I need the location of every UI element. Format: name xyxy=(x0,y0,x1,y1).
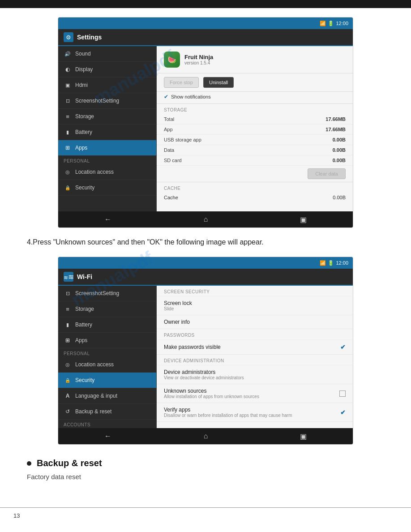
sidebar-1: Sound Display Hdmi ScreenshotSetting Sto… xyxy=(58,46,157,211)
accounts-section-label: ACCOUNTS xyxy=(58,420,156,428)
status-icons-1: 📶 🔋 12:00 xyxy=(320,21,348,26)
sidebar-item-apps-2[interactable]: Apps xyxy=(58,333,156,348)
sidebar-item-sound-label: Sound xyxy=(75,51,91,57)
sidebar-item-battery[interactable]: Battery xyxy=(58,124,156,140)
settings-icon-1: ⚙ xyxy=(64,32,73,42)
sidebar-item-location[interactable]: Location access xyxy=(58,164,156,180)
storage-row-usb: USB storage app 0.00B xyxy=(157,135,353,145)
home-button-1[interactable]: ⌂ xyxy=(195,213,217,226)
sidebar-item-security[interactable]: Security xyxy=(58,180,156,196)
screen-lock-title: Screen lock xyxy=(164,300,346,306)
battery-icon-1: 🔋 xyxy=(328,21,334,26)
battery-icon xyxy=(64,128,72,136)
storage-row-data: Data 0.00B xyxy=(157,145,353,155)
app-version: version 1.5.4 xyxy=(184,60,213,65)
sidebar-item-screenshot[interactable]: ScreenshotSetting xyxy=(58,93,156,109)
screen-security-title: SCREEN SECURITY xyxy=(157,286,353,296)
wifi-header-icon: ≋ xyxy=(64,272,73,282)
unknown-sources-row[interactable]: Unknown sources Allow installation of ap… xyxy=(157,384,353,403)
sidebar-2: ScreenshotSetting Storage Battery Apps P… xyxy=(58,286,157,428)
device-admins-item[interactable]: Device administrators View or deactivate… xyxy=(157,365,353,384)
device-admins-title: Device administrators xyxy=(164,369,346,375)
two-panel-2: ScreenshotSetting Storage Battery Apps P… xyxy=(58,286,353,428)
sidebar-security-label-2: Security xyxy=(75,377,94,383)
page-number: 13 xyxy=(13,512,20,519)
right-panel-1: 🍉 Fruit Ninja version 1.5.4 Force stop U… xyxy=(157,46,353,211)
cache-value: 0.00B xyxy=(333,195,346,200)
screen-lock-item[interactable]: Screen lock Slide xyxy=(157,296,353,315)
storage-usb-value: 0.00B xyxy=(333,137,346,142)
page-footer: 13 xyxy=(0,507,411,523)
sidebar-item-display-label: Display xyxy=(75,66,93,73)
wifi-icon-2: 📶 xyxy=(320,260,326,266)
sidebar-item-apps-label: Apps xyxy=(75,145,87,151)
sidebar-item-sound[interactable]: Sound xyxy=(58,46,156,62)
security-icon xyxy=(64,184,72,192)
sidebar-item-security-2[interactable]: Security xyxy=(58,373,156,388)
storage-section-title: STORAGE xyxy=(157,104,353,114)
owner-info-item[interactable]: Owner info xyxy=(157,315,353,329)
bullet-heading: Backup & reset xyxy=(27,458,384,468)
clear-data-row: Clear data xyxy=(157,166,353,182)
back-button-1[interactable]: ← xyxy=(95,213,120,226)
sidebar-storage-label-2: Storage xyxy=(75,306,94,312)
security-icon-2 xyxy=(64,376,72,384)
passwords-section-title: PASSWORDS xyxy=(157,329,353,340)
sidebar-item-storage-label: Storage xyxy=(75,113,94,120)
clear-data-button[interactable]: Clear data xyxy=(308,168,346,179)
sidebar-item-storage-2[interactable]: Storage xyxy=(58,301,156,317)
storage-total-label: Total xyxy=(164,116,174,122)
sidebar-apps-label-2: Apps xyxy=(75,337,87,343)
sidebar-location-label-2: Location access xyxy=(75,361,114,368)
time-2: 12:00 xyxy=(336,260,348,266)
sidebar-item-screenshot-2[interactable]: ScreenshotSetting xyxy=(58,286,156,301)
location-icon xyxy=(64,168,72,176)
status-bar-2: 📶 🔋 12:00 xyxy=(58,257,353,269)
security-right-panel: SCREEN SECURITY Screen lock Slide Owner … xyxy=(157,286,353,428)
verify-apps-sub: Disallow or warn before installation of … xyxy=(164,413,292,418)
partial-icon xyxy=(64,199,72,207)
battery-icon-2: 🔋 xyxy=(328,260,334,266)
sidebar-item-battery-2[interactable]: Battery xyxy=(58,317,156,333)
storage-app-value: 17.66MB xyxy=(325,127,346,132)
sidebar-item-apps[interactable]: Apps xyxy=(58,140,156,156)
sidebar-item-backup-2[interactable]: Backup & reset xyxy=(58,404,156,420)
sidebar-item-storage[interactable]: Storage xyxy=(58,109,156,124)
sidebar-item-battery-label: Battery xyxy=(75,129,92,135)
sidebar-screenshot-label-2: ScreenshotSetting xyxy=(75,290,119,296)
location-icon-2 xyxy=(64,360,72,369)
display-icon xyxy=(64,65,72,73)
back-button-2[interactable]: ← xyxy=(95,429,120,443)
top-bar xyxy=(0,0,411,8)
verify-apps-row[interactable]: Verify apps Disallow or warn before inst… xyxy=(157,403,353,422)
sidebar-item-display[interactable]: Display xyxy=(58,62,156,77)
verify-apps-check: ✔ xyxy=(340,409,346,416)
two-panel-1: Sound Display Hdmi ScreenshotSetting Sto… xyxy=(58,46,353,211)
battery-icon-2 xyxy=(64,321,72,329)
sidebar-item-hdmi[interactable]: Hdmi xyxy=(58,77,156,93)
force-stop-button[interactable]: Force stop xyxy=(164,77,199,88)
unknown-sources-text: Unknown sources Allow installation of ap… xyxy=(164,388,259,399)
cache-label: Cache xyxy=(164,195,178,200)
recent-button-2[interactable]: ▣ xyxy=(291,429,316,443)
recent-button-1[interactable]: ▣ xyxy=(291,213,316,227)
make-passwords-label: Make passwords visible xyxy=(164,344,221,350)
storage-icon xyxy=(64,112,72,120)
sidebar-item-language-2[interactable]: Language & input xyxy=(58,388,156,404)
make-passwords-row[interactable]: Make passwords visible ✔ xyxy=(157,340,353,355)
app-info-header: 🍉 Fruit Ninja version 1.5.4 xyxy=(157,46,353,73)
sidebar-item-location-2[interactable]: Location access xyxy=(58,357,156,373)
owner-info-title: Owner info xyxy=(164,319,346,325)
settings-title-1: Settings xyxy=(77,34,102,41)
uninstall-button[interactable]: Uninstall xyxy=(203,77,234,88)
storage-row-app: App 17.66MB xyxy=(157,124,353,135)
verify-apps-text: Verify apps Disallow or warn before inst… xyxy=(164,407,292,418)
screenshot-icon-2 xyxy=(64,289,72,297)
hdmi-icon xyxy=(64,81,72,89)
checkbox-notifications-checked[interactable]: ✔ xyxy=(164,94,168,100)
storage-total-value: 17.66MB xyxy=(325,116,346,122)
action-buttons-row: Force stop Uninstall xyxy=(157,73,353,92)
wifi-title: Wi-Fi xyxy=(77,273,92,280)
home-button-2[interactable]: ⌂ xyxy=(195,429,217,443)
unknown-sources-checkbox[interactable] xyxy=(339,390,346,397)
